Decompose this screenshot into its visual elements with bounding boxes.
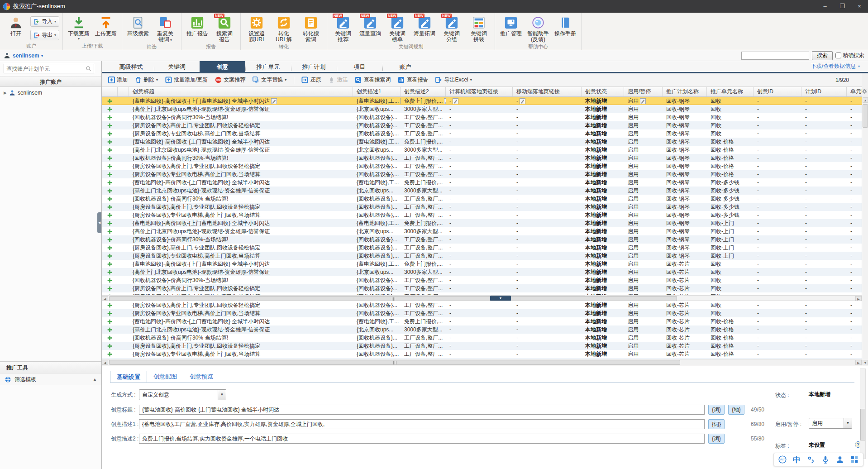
ribbon-button-traffic-query[interactable]: NEW流量查询 bbox=[357, 14, 384, 38]
column-header[interactable]: 创意描述1 bbox=[353, 87, 401, 96]
table-row[interactable]: {高价上门北京回收ups电池}-现款现结-资金雄厚-信誉保证{北京回收ups..… bbox=[102, 187, 862, 195]
table-row[interactable]: {厨房设备回收},高价上门,专业团队,回收设备轻松搞定{回收机器设备}...工厂… bbox=[102, 244, 862, 252]
tab-plan[interactable]: 推广计划 bbox=[291, 61, 337, 73]
chevron-down-icon[interactable]: ▾ bbox=[54, 20, 56, 24]
edit-pencil-icon[interactable] bbox=[520, 98, 525, 104]
creative-title-input[interactable] bbox=[139, 405, 705, 415]
chevron-down-icon[interactable]: ▼ bbox=[844, 418, 852, 428]
add-creative-plus-icon[interactable] bbox=[107, 286, 112, 291]
ribbon-button-export[interactable]: 导出▾ bbox=[30, 30, 59, 40]
tab-keyword[interactable]: 关键词 bbox=[154, 61, 200, 73]
ribbon-button-advanced-search[interactable]: 高级搜索 bbox=[124, 14, 152, 38]
toolbar-button-copywriting-recommend[interactable]: NEW文案推荐 bbox=[215, 76, 245, 84]
add-creative-plus-icon[interactable] bbox=[107, 319, 112, 324]
column-header[interactable] bbox=[102, 87, 118, 96]
vertical-scrollbar[interactable]: ▲ ▼ bbox=[862, 97, 868, 366]
chevron-down-icon[interactable]: ▾ bbox=[41, 53, 43, 58]
add-creative-plus-icon[interactable] bbox=[107, 180, 112, 185]
add-creative-plus-icon[interactable] bbox=[107, 327, 112, 332]
table-row[interactable]: {蓄电池回收}-高价回收-{上门蓄电池回收} 全城半小时闪达{蓄电池回收},工.… bbox=[102, 97, 862, 105]
tab-account[interactable]: 账户 bbox=[382, 61, 428, 73]
ribbon-button-import[interactable]: 导入▾ bbox=[30, 16, 59, 27]
add-creative-plus-icon[interactable] bbox=[107, 148, 112, 153]
panel-tab-creative-preview[interactable]: 创意预览 bbox=[183, 371, 219, 383]
table-row[interactable]: {回收机器设备}-价高同行30%-当场结算!{回收机器设备}...工厂设备,整厂… bbox=[102, 195, 862, 203]
table-row[interactable]: {回收机器设备}-价高同行30%-当场结算!{回收机器设备}...工厂设备,整厂… bbox=[102, 276, 862, 284]
tab-project[interactable]: 项目 bbox=[337, 61, 382, 73]
chevron-down-icon[interactable]: ▾ bbox=[78, 37, 80, 41]
chevron-down-icon[interactable]: ▾ bbox=[54, 34, 56, 37]
edit-pencil-icon[interactable] bbox=[453, 98, 458, 104]
creative-desc2-input[interactable] bbox=[139, 434, 705, 444]
column-header[interactable]: 创意状态 bbox=[582, 87, 624, 96]
column-header[interactable]: 推广单元名称 bbox=[707, 87, 754, 96]
table-row[interactable]: {回收机器设备}-价高同行30%-当场结算!{回收机器设备}...工厂设备,整厂… bbox=[102, 154, 862, 162]
ribbon-button-upload-update[interactable]: 上传更新 bbox=[92, 14, 119, 38]
search-icon[interactable] bbox=[86, 66, 91, 72]
ime-logo-icon[interactable]: iFLY bbox=[778, 455, 787, 464]
add-creative-plus-icon[interactable] bbox=[107, 115, 112, 120]
ribbon-button-set-tracking-uri[interactable]: 设置追踪URI bbox=[243, 14, 270, 43]
column-header[interactable]: 启用/暂停 bbox=[624, 87, 663, 96]
add-creative-plus-icon[interactable] bbox=[107, 303, 112, 308]
ribbon-button-download-update[interactable]: 下载更新▾ bbox=[65, 14, 92, 42]
exact-search-checkbox[interactable] bbox=[835, 53, 841, 58]
panel-tab-creative-image[interactable]: 创意配图 bbox=[147, 371, 183, 383]
sidebar-item-account[interactable]: ▶ senlinsem bbox=[0, 88, 101, 97]
add-creative-plus-icon[interactable] bbox=[107, 99, 112, 104]
add-creative-plus-icon[interactable] bbox=[107, 139, 112, 144]
collapse-sidebar-icon[interactable]: ◀ bbox=[97, 212, 101, 233]
scroll-right-icon[interactable]: ▶ bbox=[855, 360, 862, 365]
ribbon-button-keyword-recommend[interactable]: NEW关键词推荐 bbox=[329, 14, 357, 43]
close-button[interactable]: × bbox=[851, 0, 868, 13]
table-row[interactable]: {高价上门北京回收ups电池}-现款现结-资金雄厚-信誉保证{北京回收ups..… bbox=[102, 227, 862, 235]
add-creative-plus-icon[interactable] bbox=[107, 344, 112, 349]
add-creative-plus-icon[interactable] bbox=[107, 107, 112, 112]
ribbon-button-promotion-manage[interactable]: 推广管理 bbox=[497, 14, 525, 38]
global-search-input[interactable] bbox=[741, 52, 809, 60]
table-row[interactable]: {厨房设备回收},高价上门,专业团队,回收设备轻松搞定{回收机器设备}...工厂… bbox=[102, 342, 862, 350]
horizontal-scrollbar-bottom[interactable]: ◀ ▶ bbox=[102, 359, 862, 366]
add-creative-plus-icon[interactable] bbox=[107, 245, 112, 250]
current-account-name[interactable]: senlinsem bbox=[13, 53, 39, 59]
toolbar-button-restore[interactable]: 还原 bbox=[301, 76, 321, 84]
generate-mode-select[interactable]: 自定义创意 ▼ bbox=[139, 389, 226, 400]
add-creative-plus-icon[interactable] bbox=[107, 335, 112, 340]
column-header[interactable]: 创意标题 bbox=[129, 87, 353, 96]
ime-mic-icon[interactable] bbox=[821, 455, 830, 464]
table-row[interactable]: {厨房设备回收},专业回收电梯,高价上门回收,当场结算{回收机器设备},...工… bbox=[102, 309, 862, 317]
table-row[interactable]: {厨房设备回收},专业回收电梯,高价上门回收,当场结算{回收机器设备},...工… bbox=[102, 211, 862, 219]
ribbon-button-mass-keyword-expand[interactable]: NEW海量拓词 bbox=[411, 14, 438, 38]
add-creative-plus-icon[interactable] bbox=[107, 164, 112, 169]
add-creative-plus-icon[interactable] bbox=[107, 205, 112, 210]
add-creative-plus-icon[interactable] bbox=[107, 196, 112, 201]
panel-tab-basic-settings[interactable]: 基础设置 bbox=[110, 371, 147, 383]
sidebar-item-promotion-tools[interactable]: 推广工具 bbox=[0, 361, 101, 373]
toolbar-button-batch-add-update[interactable]: 批量添加/更新 bbox=[165, 76, 208, 84]
add-creative-plus-icon[interactable] bbox=[107, 270, 112, 275]
add-creative-plus-icon[interactable] bbox=[107, 123, 112, 128]
sidebar-search-input[interactable] bbox=[4, 66, 86, 72]
add-creative-plus-icon[interactable] bbox=[107, 188, 112, 193]
ribbon-button-manual[interactable]: 操作手册 bbox=[552, 14, 579, 38]
column-header[interactable]: 移动端落地页链接 bbox=[513, 87, 582, 96]
ribbon-button-keyword-ranking[interactable]: NEW关键词榜单 bbox=[384, 14, 411, 43]
add-creative-plus-icon[interactable] bbox=[107, 254, 112, 258]
add-creative-plus-icon[interactable] bbox=[107, 172, 112, 177]
toolbar-button-view-search-terms[interactable]: 查看搜索词 bbox=[355, 76, 391, 84]
ime-user-icon[interactable] bbox=[836, 455, 844, 464]
add-creative-plus-icon[interactable] bbox=[107, 213, 112, 218]
minimize-button[interactable]: – bbox=[816, 0, 834, 13]
ribbon-button-keyword-group[interactable]: NEW关键词分组 bbox=[438, 14, 465, 43]
table-row[interactable]: {厨房设备回收},高价上门,专业团队,回收设备轻松搞定{回收机器设备}...工厂… bbox=[102, 162, 862, 170]
table-row[interactable]: {厨房设备回收},高价上门,专业团队,回收设备轻松搞定{回收机器设备}...工厂… bbox=[102, 301, 862, 309]
scroll-left-icon[interactable]: ◀ bbox=[102, 360, 108, 365]
table-row[interactable]: {高价上门北京回收ups电池}-现款现结-资金雄厚-信誉保证{北京回收ups..… bbox=[102, 105, 862, 113]
column-header[interactable]: 单元ID bbox=[847, 87, 862, 96]
table-row[interactable]: {蓄电池回收}-高价回收-{上门蓄电池回收} 全城半小时闪达{蓄电池回收},工.… bbox=[102, 178, 862, 187]
collapse-up-icon[interactable]: ▲ bbox=[93, 377, 97, 382]
toolbar-button-text-replace[interactable]: T文字替换▾ bbox=[253, 76, 286, 84]
table-row[interactable]: {厨房设备回收},专业回收电梯,高价上门回收,当场结算{回收机器设备},...工… bbox=[102, 129, 862, 138]
add-creative-plus-icon[interactable] bbox=[107, 352, 112, 357]
table-row[interactable]: {厨房设备回收},高价上门,专业团队,回收设备轻松搞定{回收机器设备}...工厂… bbox=[102, 203, 862, 211]
